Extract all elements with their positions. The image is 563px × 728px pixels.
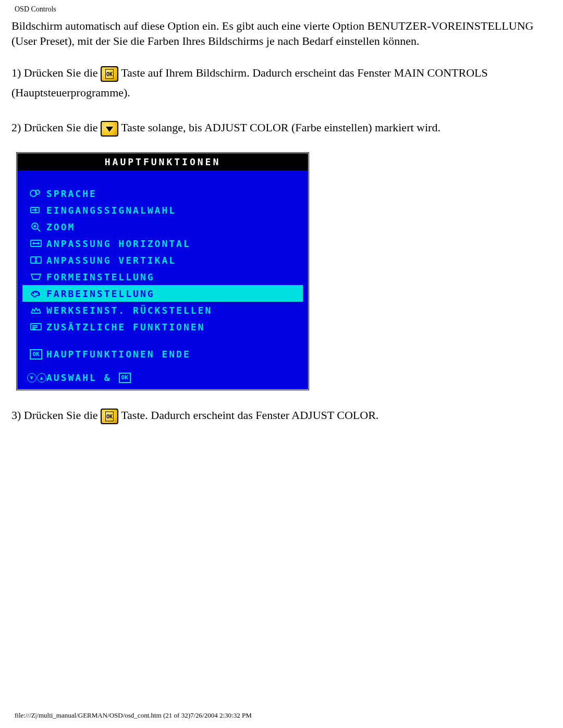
osd-footer-label: AUSWAHL & [46,372,112,383]
osd-item-label: ZUSÄTZLICHE FUNKTIONEN [46,322,205,332]
osd-item-label: ZOOM [46,221,75,232]
step-2: 2) Drücken Sie die Taste solange, bis AD… [11,118,552,137]
osd-item-zusatzliche-funktionen[interactable]: ZUSÄTZLICHE FUNKTIONEN [22,318,303,335]
osd-item-label: ANPASSUNG VERTIKAL [46,255,176,266]
shape-adjust-icon [26,272,46,282]
ok-button-icon [101,409,118,424]
svg-point-7 [33,292,34,293]
osd-body: ? SPRACHE EINGANGSSIGNALWAHL ZOOM ANPASS… [17,170,308,389]
osd-footer: ▼▲ AUSWAHL & OK [22,367,303,387]
osd-item-formeinstellung[interactable]: FORMEINSTELLUNG [22,268,303,285]
zoom-icon [26,221,46,232]
osd-item-werkseinst-ruckstellen[interactable]: WERKSEINST. RÜCKSTELLEN [22,302,303,318]
osd-item-label: FORMEINSTELLUNG [46,272,155,282]
osd-item-sprache[interactable]: ? SPRACHE [22,185,303,202]
osd-item-label: WERKSEINST. RÜCKSTELLEN [46,305,212,316]
osd-item-ende[interactable]: OK HAUPTFUNKTIONEN ENDE [22,341,303,367]
svg-point-9 [38,293,39,294]
osd-item-label: EINGANGSSIGNALWAHL [46,205,176,216]
step-1-text-a: 1) Drücken Sie die [11,66,101,79]
svg-point-8 [35,291,36,292]
factory-reset-icon [26,305,46,315]
osd-item-anpassung-vertikal[interactable]: ANPASSUNG VERTIKAL [22,252,303,268]
svg-text:?: ? [37,190,40,195]
input-signal-icon [26,205,46,215]
page-header: OSD Controls [15,5,552,14]
osd-item-label: ANPASSUNG HORIZONTAL [46,238,191,249]
step-3: 3) Drücken Sie die Taste. Dadurch ersche… [11,405,552,425]
step-2-text-b: Taste solange, bis ADJUST COLOR (Farbe e… [121,121,440,134]
step-2-text-a: 2) Drücken Sie die [11,121,101,134]
step-3-text-a: 3) Drücken Sie die [11,409,101,422]
color-adjust-icon [26,288,46,299]
ok-box-icon: OK [119,373,131,383]
language-icon: ? [26,188,46,199]
down-button-icon [101,121,118,137]
osd-panel: HAUPTFUNKTIONEN ? SPRACHE EINGANGSSIGNAL… [17,153,309,390]
vertical-adjust-icon [26,255,46,265]
osd-item-label: FARBEINSTELLUNG [46,288,155,299]
extra-functions-icon [26,322,46,332]
osd-item-farbeinstellung[interactable]: FARBEINSTELLUNG [22,285,303,302]
osd-item-eingangssignalwahl[interactable]: EINGANGSSIGNALWAHL [22,202,303,218]
osd-ende-label: HAUPTFUNKTIONEN ENDE [46,349,191,360]
up-down-arrows-icon: ▼▲ [27,373,46,382]
horizontal-adjust-icon [26,238,46,249]
ok-button-icon [101,66,118,82]
osd-item-zoom[interactable]: ZOOM [22,218,303,235]
osd-item-label: SPRACHE [46,188,97,199]
step-1: 1) Drücken Sie die Taste auf Ihrem Bilds… [11,63,552,102]
ok-box-icon: OK [26,349,46,360]
osd-item-anpassung-horizontal[interactable]: ANPASSUNG HORIZONTAL [22,235,303,252]
osd-title: HAUPTFUNKTIONEN [17,153,308,170]
intro-paragraph: Bildschirm automatisch auf diese Option … [11,19,552,48]
footer-path: file:///Z|/multi_manual/GERMAN/OSD/osd_c… [15,711,252,720]
step-3-text-b: Taste. Dadurch erscheint das Fenster ADJ… [121,409,378,422]
